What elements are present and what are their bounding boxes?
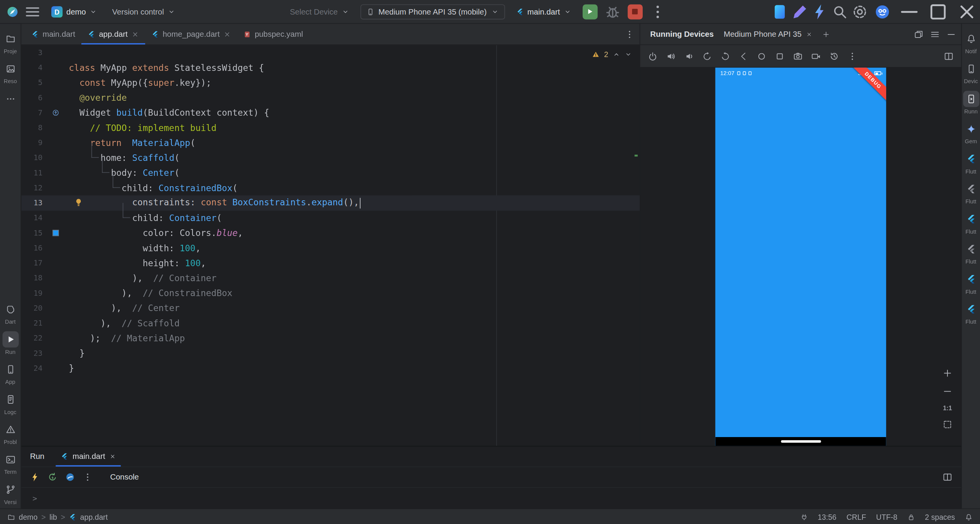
tool-window-button-resource-manager[interactable]: Reso (0, 57, 21, 87)
device-mirror-icon[interactable] (771, 3, 789, 20)
rotate-left-icon[interactable] (702, 51, 712, 61)
devtools-icon[interactable] (65, 472, 75, 482)
gesture-pill[interactable] (781, 440, 821, 443)
tool-window-button-flutter-outline[interactable]: Flutt (962, 148, 980, 178)
window-minimize-button[interactable] (896, 0, 923, 23)
window-maximize-button[interactable] (925, 0, 951, 23)
code-line-17[interactable]: 17 height: 100, (21, 255, 640, 270)
code-line-16[interactable]: 16 width: 100, (21, 241, 640, 255)
more-actions-icon[interactable] (649, 3, 666, 20)
device-tab[interactable]: Medium Phone API 35 (720, 24, 816, 44)
phone-mirror[interactable]: 12:07 3G (715, 68, 886, 446)
code-line-24[interactable]: 24} (21, 361, 640, 376)
tool-window-button-running-devices[interactable]: Runn (962, 88, 980, 118)
intention-bulb-icon[interactable] (74, 198, 83, 208)
code-line-23[interactable]: 23 } (21, 346, 640, 360)
tool-window-button-version-control[interactable]: Versi (0, 478, 21, 508)
code-line-9[interactable]: 9 return MaterialApp( (21, 135, 640, 150)
zoom-reset-button[interactable]: 1:1 (943, 404, 952, 411)
code-line-8[interactable]: 8 // TODO: implement build (21, 120, 640, 135)
run-button[interactable] (583, 4, 598, 19)
tool-window-button-terminal[interactable]: Term (0, 448, 21, 478)
select-device-dropdown[interactable]: Select Device (285, 5, 354, 18)
float-window-icon[interactable] (914, 29, 924, 39)
override-icon[interactable] (52, 109, 60, 116)
inspections-widget[interactable]: 2 (592, 50, 632, 59)
tool-window-button-flutter-tool-4[interactable]: Flutt (962, 238, 980, 268)
search-icon[interactable] (831, 3, 849, 20)
history-icon[interactable] (829, 51, 839, 61)
flutter-app-screen[interactable] (715, 79, 886, 437)
run-tab[interactable]: main.dart (56, 447, 121, 467)
hide-panel-icon[interactable] (946, 29, 956, 39)
code-line-15[interactable]: 15 color: Colors.blue, (21, 226, 640, 241)
file-encoding[interactable]: UTF-8 (876, 513, 898, 521)
breadcrumb-item[interactable]: lib (49, 513, 57, 521)
tool-window-button-run[interactable]: Run (0, 328, 21, 358)
code-line-6[interactable]: 6 @override (21, 90, 640, 105)
close-icon[interactable] (109, 454, 116, 460)
circle-icon[interactable] (756, 51, 766, 61)
run-console[interactable]: > (21, 488, 961, 508)
project-selector[interactable]: D demo (46, 3, 102, 20)
back-icon[interactable] (738, 51, 748, 61)
editor-tab-app.dart[interactable]: app.dart (82, 24, 145, 44)
next-issue-icon[interactable] (624, 51, 632, 58)
code-line-13[interactable]: 13 constraints: const BoxConstraints.exp… (21, 195, 640, 210)
indent-setting[interactable]: 2 spaces (925, 513, 955, 521)
user-avatar[interactable] (875, 4, 890, 19)
more-vert-icon[interactable] (847, 51, 857, 61)
caret-position[interactable]: 13:56 (818, 513, 836, 521)
run-configuration-selector[interactable]: main.dart (511, 5, 576, 18)
split-icon[interactable] (944, 51, 954, 61)
tool-window-button-flutter-performance[interactable]: Flutt (962, 208, 980, 238)
hot-reload-icon[interactable] (30, 472, 40, 482)
code-line-21[interactable]: 21 ), // Scaffold (21, 316, 640, 331)
rotate-right-icon[interactable] (720, 51, 730, 61)
gemini-pen-icon[interactable] (791, 3, 808, 20)
code-line-11[interactable]: 11 body: Center( (21, 165, 640, 180)
editor-tab-home_page.dart[interactable]: home_page.dart (145, 24, 237, 44)
editor-tab-main.dart[interactable]: main.dart (25, 24, 81, 44)
main-menu-icon[interactable] (24, 3, 41, 20)
fit-screen-icon[interactable] (942, 419, 952, 429)
line-separator[interactable]: CRLF (846, 513, 866, 521)
tool-window-button-device-manager[interactable]: Devic (962, 57, 980, 87)
more-options-icon[interactable] (83, 472, 93, 482)
code-line-10[interactable]: 10 home: Scaffold( (21, 150, 640, 165)
breadcrumb-item[interactable]: app.dart (80, 513, 108, 521)
tool-window-button-flutter-tool-6[interactable]: Flutt (962, 298, 980, 328)
tool-window-button-logcat[interactable]: Logc (0, 388, 21, 418)
code-line-20[interactable]: 20 ), // Center (21, 301, 640, 316)
tool-window-button-problems[interactable]: Probl (0, 418, 21, 448)
window-close-button[interactable] (954, 0, 980, 23)
settings-icon[interactable] (851, 3, 869, 20)
zoom-out-icon[interactable] (942, 386, 952, 396)
profiler-bolt-icon[interactable] (811, 3, 829, 20)
close-icon[interactable] (806, 31, 812, 37)
power-icon[interactable] (648, 51, 658, 61)
device-selector[interactable]: Medium Phone API 35 (mobile) (360, 4, 505, 19)
code-line-19[interactable]: 19 ), // ConstrainedBox (21, 285, 640, 300)
stop-button[interactable] (627, 4, 642, 19)
power-save-icon[interactable] (800, 513, 808, 521)
add-device-icon[interactable] (822, 30, 830, 38)
code-line-7[interactable]: 7 Widget build(BuildContext context) { (21, 105, 640, 120)
zoom-in-icon[interactable] (942, 368, 952, 378)
code-editor[interactable]: 2 34class MyApp extends StatelessWidget … (21, 45, 640, 446)
layout-settings-icon[interactable] (942, 472, 952, 482)
camera-icon[interactable] (793, 51, 803, 61)
console-tab[interactable]: Console (110, 473, 139, 481)
hot-restart-icon[interactable] (47, 472, 57, 482)
tool-window-button-project[interactable]: Proje (0, 28, 21, 57)
code-line-18[interactable]: 18 ), // Container (21, 270, 640, 285)
read-only-lock-icon[interactable] (907, 513, 915, 521)
code-line-4[interactable]: 4class MyApp extends StatelessWidget { (21, 60, 640, 75)
square-icon[interactable] (775, 51, 785, 61)
tool-window-button-gemini[interactable]: Gem (962, 118, 980, 147)
code-line-22[interactable]: 22 ); // MaterialApp (21, 331, 640, 346)
debug-button[interactable] (604, 3, 621, 20)
tool-window-button-flutter-inspector[interactable]: Flutt (962, 178, 980, 208)
volume-down-icon[interactable] (684, 51, 694, 61)
tool-window-button-app-quality-insights[interactable]: App (0, 358, 21, 388)
